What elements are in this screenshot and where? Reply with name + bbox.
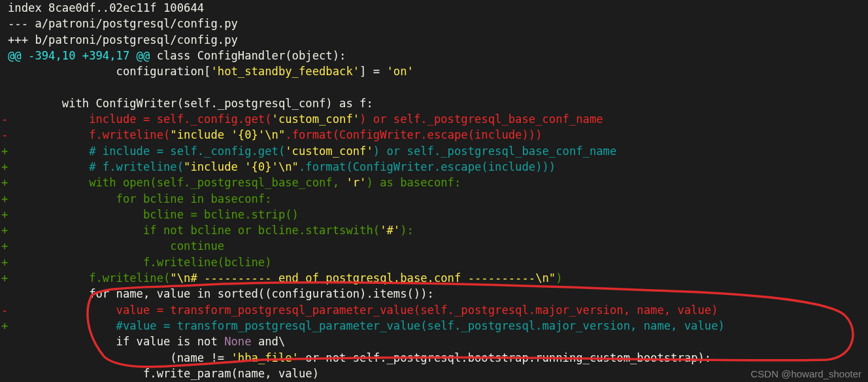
diff-line: + # f.writeline("include '{0}'\n".format… (1, 159, 867, 175)
diff-line: if value is not None and\ (1, 334, 867, 349)
diff-line: + f.writeline("\n# ---------- end of pos… (1, 270, 867, 286)
diff-text-segment: --- a/patroni/postgresql/config.py (8, 17, 238, 30)
diff-text-segment: value = transform_postgresql_parameter_v… (8, 304, 718, 317)
diff-marker (1, 286, 8, 302)
diff-text-segment: .format(ConfigWriter.escape(include))) (299, 160, 556, 173)
diff-text-segment: ) or self._postgresql_base_conf_name (373, 145, 617, 158)
diff-text-segment: with open(self._postgresql_base_conf, (8, 176, 346, 189)
diff-text-segment: "include '{0}'\n" (170, 128, 285, 141)
diff-text-segment: 'custom_conf' (285, 145, 373, 158)
diff-text-segment: ): (400, 224, 414, 237)
diff-output: index 8cae0df..02ec11f 100644--- a/patro… (0, 0, 868, 381)
diff-text-segment: "\n# ---------- end of postgresql.base.c… (170, 271, 556, 285)
diff-marker (1, 95, 8, 111)
diff-text-segment: continue (8, 239, 224, 252)
diff-marker: + (1, 207, 8, 222)
diff-line: + #value = transform_postgresql_paramete… (1, 318, 867, 334)
diff-marker: - (1, 111, 8, 127)
diff-text-segment: if value is not (8, 335, 224, 348)
diff-marker: + (1, 143, 8, 159)
diff-text-segment: @@ -394,10 +394,17 @@ (8, 49, 157, 62)
diff-line: + f.writeline(bcline) (1, 254, 867, 270)
diff-line: + if not bcline or bcline.startswith('#'… (1, 222, 867, 238)
diff-marker (1, 63, 8, 79)
diff-text-segment: class ConfigHandler(object): (157, 49, 346, 62)
diff-text-segment: for name, value in sorted((configuration… (8, 287, 434, 300)
diff-text-segment: or not self._postgresql.bootstrap.runnin… (299, 351, 711, 364)
diff-marker: - (1, 127, 8, 143)
diff-text-segment: configuration[ (8, 65, 210, 78)
diff-text-segment: 'on' (387, 65, 414, 78)
diff-text-segment: None (224, 335, 251, 348)
diff-line: + bcline = bcline.strip() (1, 207, 867, 222)
diff-marker: + (1, 254, 8, 270)
diff-text-segment: 'r' (346, 176, 366, 189)
diff-line: for name, value in sorted((configuration… (1, 286, 867, 302)
diff-text-segment: ) (556, 271, 562, 285)
diff-text-segment: .format(ConfigWriter.escape(include))) (285, 128, 542, 141)
diff-marker: - (1, 302, 8, 318)
diff-marker: + (1, 238, 8, 254)
diff-text-segment: +++ b/patroni/postgresql/config.py (8, 33, 238, 46)
diff-text-segment: ) as baseconf: (366, 176, 461, 189)
diff-marker (1, 366, 8, 381)
diff-text-segment: 'hba_file' (231, 351, 298, 364)
diff-text-segment: with ConfigWriter(self._postgresql_conf)… (8, 97, 373, 110)
diff-marker: + (1, 318, 8, 334)
diff-text-segment: f.write_param(name, value) (8, 367, 319, 380)
diff-text-segment: 'hot_standby_feedback' (210, 65, 359, 78)
diff-line: + for bcline in baseconf: (1, 191, 867, 207)
diff-line: - f.writeline("include '{0}'\n".format(C… (1, 127, 867, 143)
diff-text-segment: ) or self._postgresql_base_conf_name (359, 113, 603, 126)
diff-line: +++ b/patroni/postgresql/config.py (1, 32, 867, 48)
diff-line: (name != 'hba_file' or not self._postgre… (1, 350, 867, 366)
diff-line: - include = self._config.get('custom_con… (1, 111, 867, 127)
diff-text-segment: 'custom_conf' (272, 113, 360, 126)
diff-text-segment: #value = transform_postgresql_parameter_… (8, 319, 725, 332)
diff-text-segment: bcline = bcline.strip() (8, 208, 299, 221)
diff-text-segment (8, 80, 14, 94)
diff-line (1, 79, 867, 95)
diff-text-segment: f.writeline( (8, 128, 170, 141)
watermark: CSDN @howard_shooter (751, 368, 861, 379)
diff-line: --- a/patroni/postgresql/config.py (1, 16, 867, 31)
diff-marker: + (1, 270, 8, 286)
diff-line: - value = transform_postgresql_parameter… (1, 302, 867, 318)
diff-line: + # include = self._config.get('custom_c… (1, 143, 867, 159)
diff-line: + continue (1, 238, 867, 254)
diff-text-segment: include = self._config.get( (8, 113, 272, 126)
diff-line: @@ -394,10 +394,17 @@ class ConfigHandle… (1, 48, 867, 63)
diff-text-segment: "include '{0}'\n" (184, 160, 299, 173)
diff-text-segment: f.writeline( (8, 271, 170, 285)
diff-marker: + (1, 175, 8, 190)
diff-text-segment: '#' (380, 224, 400, 237)
diff-line: + with open(self._postgresql_base_conf, … (1, 175, 867, 190)
diff-line: index 8cae0df..02ec11f 100644 (1, 0, 867, 16)
diff-text-segment: if not bcline or bcline.startswith( (8, 224, 380, 237)
diff-marker (1, 334, 8, 349)
diff-text-segment: ] = (359, 65, 386, 78)
diff-text-segment: index 8cae0df..02ec11f 100644 (8, 1, 204, 14)
diff-marker: + (1, 191, 8, 207)
diff-marker (1, 350, 8, 366)
diff-text-segment: (name != (8, 351, 231, 364)
diff-marker: + (1, 159, 8, 175)
diff-marker (1, 79, 8, 95)
diff-text-segment: for bcline in baseconf: (8, 192, 272, 205)
diff-line: configuration['hot_standby_feedback'] = … (1, 63, 867, 79)
diff-text-segment: # f.writeline( (8, 160, 184, 173)
diff-text-segment: # include = self._config.get( (8, 145, 285, 158)
diff-text-segment: and\ (252, 335, 286, 348)
diff-text-segment: f.writeline(bcline) (8, 256, 272, 269)
diff-line: with ConfigWriter(self._postgresql_conf)… (1, 95, 867, 111)
diff-line: f.write_param(name, value) (1, 366, 867, 381)
diff-marker: + (1, 222, 8, 238)
